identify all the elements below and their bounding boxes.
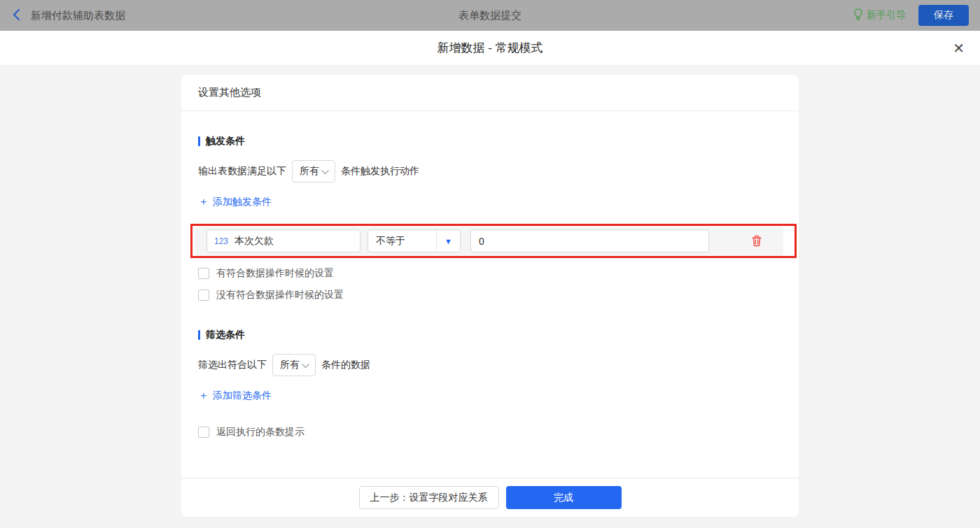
filter-section-title: 筛选条件	[198, 329, 782, 341]
top-bar: 新增付款辅助表数据 表单数据提交 新手引导 保存	[0, 0, 980, 31]
condition-value-input[interactable]	[470, 229, 709, 252]
section-accent-bar	[198, 330, 200, 340]
beginner-guide-link[interactable]: 新手引导	[853, 8, 906, 22]
filter-suffix-text: 条件的数据	[321, 359, 370, 371]
section-accent-bar	[198, 136, 200, 146]
modal-title: 新增数据 - 常规模式	[437, 40, 542, 56]
back-button[interactable]: 新增付款辅助表数据	[11, 8, 125, 23]
checkbox-icon[interactable]	[198, 268, 209, 279]
plus-icon: ＋	[198, 195, 209, 208]
number-type-tag: 123	[214, 236, 228, 246]
trigger-section-title: 触发条件	[198, 135, 782, 148]
save-button[interactable]: 保存	[918, 5, 969, 26]
trigger-match-value: 所有	[300, 165, 319, 178]
trigger-condition-row: 123 本次欠款 不等于 ▼	[195, 227, 783, 255]
chevron-down-icon	[321, 166, 329, 177]
checkbox-label: 有符合数据操作时候的设置	[216, 267, 334, 280]
previous-step-button[interactable]: 上一步：设置字段对应关系	[359, 486, 499, 509]
modal-header: 新增数据 - 常规模式 ✕	[0, 31, 980, 66]
page-title: 表单数据提交	[0, 9, 980, 22]
add-filter-condition-label: 添加筛选条件	[213, 390, 272, 402]
checkbox-has-matching-data[interactable]: 有符合数据操作时候的设置	[198, 267, 782, 280]
add-trigger-condition-link[interactable]: ＋ 添加触发条件	[198, 195, 272, 208]
condition-field-select[interactable]: 123 本次欠款	[206, 229, 360, 252]
card-header: 设置其他选项	[181, 75, 799, 111]
highlight-annotation-box: 123 本次欠款 不等于 ▼	[190, 224, 797, 258]
checkbox-label: 返回执行的条数提示	[216, 426, 304, 438]
trash-icon	[751, 235, 762, 247]
filter-match-select[interactable]: 所有	[272, 354, 316, 376]
modal-body: 设置其他选项 触发条件 输出表数据满足以下 所有 条件触发执行动作 ＋ 添	[0, 66, 980, 528]
add-trigger-condition-label: 添加触发条件	[213, 196, 272, 208]
trigger-section-label: 触发条件	[206, 135, 245, 148]
delete-condition-button[interactable]	[751, 235, 762, 247]
card-footer: 上一步：设置字段对应关系 完成	[181, 478, 799, 517]
checkbox-label: 没有符合数据操作时候的设置	[216, 289, 344, 301]
lightbulb-icon	[853, 8, 863, 22]
condition-operator-value: 不等于	[368, 230, 436, 252]
condition-field-name: 本次欠款	[234, 235, 274, 248]
beginner-guide-label: 新手引导	[867, 9, 906, 22]
close-icon[interactable]: ✕	[953, 41, 965, 55]
options-card: 设置其他选项 触发条件 输出表数据满足以下 所有 条件触发执行动作 ＋ 添	[181, 75, 799, 517]
trigger-match-select[interactable]: 所有	[292, 160, 335, 183]
trigger-suffix-text: 条件触发执行动作	[341, 165, 419, 178]
filter-match-value: 所有	[280, 359, 300, 371]
done-button[interactable]: 完成	[506, 486, 622, 509]
checkbox-return-count-hint[interactable]: 返回执行的条数提示	[198, 426, 782, 438]
chevron-down-icon	[302, 359, 309, 371]
filter-prefix-text: 筛选出符合以下	[198, 359, 267, 371]
add-filter-condition-link[interactable]: ＋ 添加筛选条件	[198, 389, 272, 402]
condition-operator-select[interactable]: 不等于 ▼	[368, 229, 461, 252]
trigger-prefix-text: 输出表数据满足以下	[198, 165, 286, 178]
back-chevron-icon	[11, 8, 22, 23]
checkbox-icon[interactable]	[198, 427, 209, 438]
filter-section-label: 筛选条件	[206, 329, 245, 341]
checkbox-icon[interactable]	[198, 290, 209, 301]
plus-icon: ＋	[198, 389, 209, 402]
caret-down-icon: ▼	[436, 230, 460, 252]
back-label: 新增付款辅助表数据	[31, 9, 125, 22]
checkbox-no-matching-data[interactable]: 没有符合数据操作时候的设置	[198, 289, 782, 301]
